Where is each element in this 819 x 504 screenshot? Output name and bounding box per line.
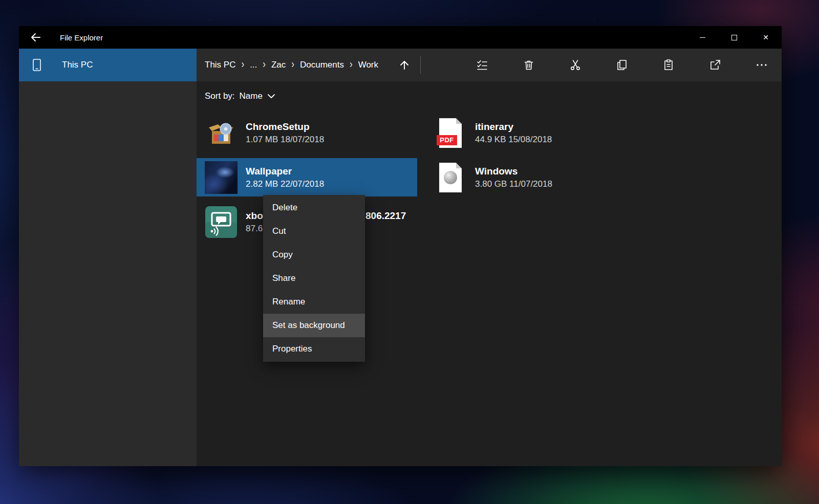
breadcrumb-this-pc[interactable]: This PC bbox=[205, 60, 235, 70]
title-bar: File Explorer ✕ bbox=[19, 26, 782, 49]
file-name: ChromeSetup bbox=[246, 120, 324, 134]
pdf-badge: PDF bbox=[437, 135, 457, 145]
file-details: 44.9 KB 15/08/2018 bbox=[475, 134, 552, 146]
chevron-right-icon: › bbox=[241, 59, 244, 72]
scissors-icon bbox=[569, 59, 581, 71]
sort-control: Sort by: Name bbox=[205, 90, 782, 103]
file-name-left-fragment: xbo bbox=[246, 210, 263, 221]
caption-buttons: ✕ bbox=[686, 26, 782, 49]
wallpaper-thumbnail bbox=[205, 161, 238, 194]
file-explorer-window: File Explorer ✕ This PC This PC › . bbox=[19, 26, 782, 466]
file-tile-windows[interactable]: Windows 3.80 GB 11/07/2018 bbox=[426, 158, 646, 196]
breadcrumb-zac[interactable]: Zac bbox=[271, 60, 286, 70]
pdf-file-icon: PDF bbox=[434, 117, 467, 149]
installer-box-icon bbox=[205, 117, 238, 149]
file-name: Wallpaper bbox=[246, 164, 324, 178]
share-icon bbox=[709, 59, 721, 71]
page-fold bbox=[456, 118, 462, 124]
multiselect-button[interactable] bbox=[470, 53, 494, 77]
navigate-up-button[interactable] bbox=[393, 53, 416, 77]
window-body: Sort by: Name bbox=[19, 81, 782, 466]
file-info: Windows 3.80 GB 11/07/2018 bbox=[475, 164, 552, 190]
sidebar-item-this-pc[interactable]: This PC bbox=[19, 49, 197, 81]
file-details: 3.80 GB 11/07/2018 bbox=[475, 178, 552, 190]
toolbar-divider bbox=[420, 56, 421, 74]
disc-image-glyph bbox=[444, 171, 457, 184]
file-details: 1.07 MB 18/07/2018 bbox=[246, 134, 324, 146]
sidebar-item-label: This PC bbox=[62, 60, 93, 70]
chevron-down-icon bbox=[267, 93, 275, 99]
close-icon: ✕ bbox=[763, 34, 769, 41]
maximize-button[interactable] bbox=[718, 26, 750, 49]
paste-button[interactable] bbox=[657, 53, 680, 77]
file-name: itinerary bbox=[475, 120, 552, 134]
cut-button[interactable] bbox=[564, 53, 587, 77]
maximize-icon bbox=[731, 35, 737, 40]
clipboard-paste-icon bbox=[662, 59, 675, 71]
file-info: ChromeSetup 1.07 MB 18/07/2018 bbox=[246, 120, 324, 146]
copy-icon bbox=[616, 59, 628, 71]
minimize-button[interactable] bbox=[686, 26, 718, 49]
file-list-pane: Sort by: Name bbox=[197, 81, 782, 466]
chevron-right-icon: › bbox=[263, 59, 266, 72]
context-menu-item-cut[interactable]: Cut bbox=[263, 220, 365, 243]
context-menu-item-copy[interactable]: Copy bbox=[263, 243, 365, 267]
context-menu-item-set-as-background[interactable]: Set as background bbox=[263, 314, 365, 337]
breadcrumb-work[interactable]: Work bbox=[358, 60, 378, 70]
back-button[interactable] bbox=[24, 26, 48, 49]
tablet-device-icon bbox=[31, 58, 42, 72]
page-fold bbox=[456, 163, 462, 168]
file-details: 2.82 MB 22/07/2018 bbox=[246, 178, 324, 190]
close-button[interactable]: ✕ bbox=[750, 26, 782, 49]
up-arrow-icon bbox=[398, 59, 411, 71]
chevron-right-icon: › bbox=[350, 59, 353, 72]
sidebar bbox=[19, 81, 197, 466]
breadcrumb-bar: This PC › ... › Zac › Documents › Work bbox=[197, 49, 782, 81]
navigation-row: This PC This PC › ... › Zac › Documents … bbox=[19, 49, 782, 81]
sort-value: Name bbox=[240, 91, 263, 101]
copy-button[interactable] bbox=[610, 53, 634, 77]
file-name-right-fragment: 806.2217 bbox=[365, 209, 406, 223]
breadcrumb-documents[interactable]: Documents bbox=[300, 60, 344, 70]
sort-by-label: Sort by: bbox=[205, 91, 235, 101]
back-arrow-icon bbox=[30, 31, 42, 43]
more-options-button[interactable] bbox=[750, 53, 773, 77]
multiselect-icon bbox=[476, 59, 488, 71]
minimize-icon bbox=[700, 37, 705, 38]
context-menu: Delete Cut Copy Share Rename Set as back… bbox=[263, 195, 365, 362]
command-toolbar bbox=[470, 53, 777, 77]
window-title: File Explorer bbox=[60, 33, 103, 42]
breadcrumb-collapsed[interactable]: ... bbox=[250, 60, 257, 70]
file-tile-itinerary[interactable]: PDF itinerary 44.9 KB 15/08/2018 bbox=[426, 114, 646, 152]
context-menu-item-properties[interactable]: Properties bbox=[263, 337, 365, 361]
file-info: Wallpaper 2.82 MB 22/07/2018 bbox=[246, 164, 324, 190]
file-tile-chromesetup[interactable]: ChromeSetup 1.07 MB 18/07/2018 bbox=[197, 114, 417, 152]
context-menu-item-share[interactable]: Share bbox=[263, 267, 365, 290]
share-button[interactable] bbox=[703, 53, 727, 77]
ellipsis-icon bbox=[756, 59, 768, 71]
image-thumbnail-icon bbox=[205, 161, 238, 194]
delete-button[interactable] bbox=[517, 53, 541, 77]
trash-icon bbox=[523, 59, 535, 71]
generic-file-icon bbox=[434, 161, 467, 194]
chevron-right-icon: › bbox=[291, 59, 294, 72]
file-info: itinerary 44.9 KB 15/08/2018 bbox=[475, 120, 552, 146]
xbox-app-icon bbox=[205, 206, 238, 238]
desktop-background: File Explorer ✕ This PC This PC › . bbox=[0, 0, 819, 504]
context-menu-item-delete[interactable]: Delete bbox=[263, 196, 365, 220]
breadcrumb: This PC › ... › Zac › Documents › Work bbox=[205, 60, 378, 70]
context-menu-item-rename[interactable]: Rename bbox=[263, 290, 365, 314]
sort-dropdown[interactable]: Name bbox=[240, 91, 275, 101]
file-name: Windows bbox=[475, 164, 552, 178]
file-tile-wallpaper[interactable]: Wallpaper 2.82 MB 22/07/2018 bbox=[197, 158, 417, 196]
